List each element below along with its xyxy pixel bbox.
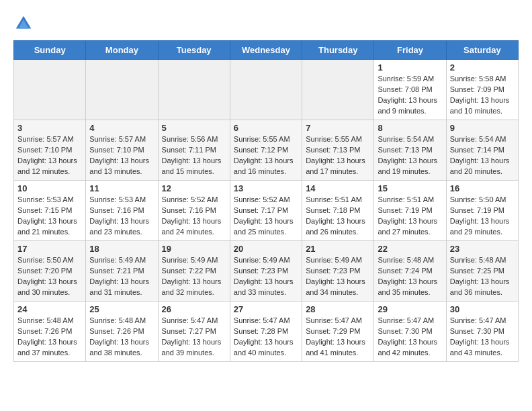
calendar-cell: 13Sunrise: 5:52 AM Sunset: 7:17 PM Dayli… [230, 181, 302, 241]
calendar-body: 1Sunrise: 5:59 AM Sunset: 7:08 PM Daylig… [14, 60, 519, 362]
day-info: Sunrise: 5:58 AM Sunset: 7:09 PM Dayligh… [450, 74, 515, 117]
day-info: Sunrise: 5:50 AM Sunset: 7:19 PM Dayligh… [450, 195, 515, 238]
day-of-week-saturday: Saturday [446, 41, 518, 60]
day-number: 13 [234, 183, 298, 193]
day-number: 7 [306, 123, 370, 133]
calendar-cell: 24Sunrise: 5:48 AM Sunset: 7:26 PM Dayli… [14, 302, 86, 362]
day-number: 24 [17, 304, 82, 314]
day-of-week-tuesday: Tuesday [158, 41, 230, 60]
calendar-cell: 18Sunrise: 5:49 AM Sunset: 7:21 PM Dayli… [86, 241, 158, 302]
day-info: Sunrise: 5:52 AM Sunset: 7:17 PM Dayligh… [234, 195, 298, 238]
day-info: Sunrise: 5:48 AM Sunset: 7:26 PM Dayligh… [17, 316, 82, 359]
day-number: 4 [89, 123, 154, 133]
day-info: Sunrise: 5:47 AM Sunset: 7:28 PM Dayligh… [234, 316, 298, 359]
calendar-cell [158, 60, 230, 120]
day-number: 2 [450, 62, 515, 73]
day-number: 9 [450, 123, 515, 133]
week-row-5: 24Sunrise: 5:48 AM Sunset: 7:26 PM Dayli… [14, 302, 519, 362]
day-info: Sunrise: 5:51 AM Sunset: 7:19 PM Dayligh… [378, 195, 442, 238]
week-row-2: 3Sunrise: 5:57 AM Sunset: 7:10 PM Daylig… [14, 120, 519, 181]
day-of-week-monday: Monday [86, 41, 158, 60]
day-number: 17 [17, 244, 82, 254]
day-info: Sunrise: 5:48 AM Sunset: 7:25 PM Dayligh… [450, 255, 515, 298]
calendar-cell: 17Sunrise: 5:50 AM Sunset: 7:20 PM Dayli… [14, 241, 86, 302]
calendar-cell: 8Sunrise: 5:54 AM Sunset: 7:13 PM Daylig… [374, 120, 446, 181]
page-header [13, 13, 519, 34]
day-info: Sunrise: 5:53 AM Sunset: 7:16 PM Dayligh… [89, 195, 154, 238]
day-number: 20 [234, 244, 298, 254]
calendar-cell: 27Sunrise: 5:47 AM Sunset: 7:28 PM Dayli… [230, 302, 302, 362]
calendar-cell: 9Sunrise: 5:54 AM Sunset: 7:14 PM Daylig… [446, 120, 518, 181]
calendar-cell: 25Sunrise: 5:48 AM Sunset: 7:26 PM Dayli… [86, 302, 158, 362]
day-number: 14 [306, 183, 370, 193]
calendar-cell: 6Sunrise: 5:55 AM Sunset: 7:12 PM Daylig… [230, 120, 302, 181]
calendar-cell: 14Sunrise: 5:51 AM Sunset: 7:18 PM Dayli… [302, 181, 374, 241]
calendar-table: SundayMondayTuesdayWednesdayThursdayFrid… [13, 40, 519, 362]
day-info: Sunrise: 5:53 AM Sunset: 7:15 PM Dayligh… [17, 195, 82, 238]
day-of-week-wednesday: Wednesday [230, 41, 302, 60]
day-number: 19 [162, 244, 226, 254]
day-info: Sunrise: 5:54 AM Sunset: 7:14 PM Dayligh… [450, 134, 515, 177]
day-info: Sunrise: 5:49 AM Sunset: 7:22 PM Dayligh… [162, 255, 226, 298]
day-info: Sunrise: 5:56 AM Sunset: 7:11 PM Dayligh… [162, 134, 226, 177]
day-info: Sunrise: 5:49 AM Sunset: 7:23 PM Dayligh… [306, 255, 370, 298]
calendar-cell: 3Sunrise: 5:57 AM Sunset: 7:10 PM Daylig… [14, 120, 86, 181]
day-number: 29 [378, 304, 442, 314]
day-number: 21 [306, 244, 370, 254]
day-info: Sunrise: 5:47 AM Sunset: 7:29 PM Dayligh… [306, 316, 370, 359]
day-number: 1 [378, 62, 442, 73]
calendar-cell: 21Sunrise: 5:49 AM Sunset: 7:23 PM Dayli… [302, 241, 374, 302]
week-row-1: 1Sunrise: 5:59 AM Sunset: 7:08 PM Daylig… [14, 60, 519, 120]
calendar-cell: 26Sunrise: 5:47 AM Sunset: 7:27 PM Dayli… [158, 302, 230, 362]
calendar-cell [14, 60, 86, 120]
days-of-week-row: SundayMondayTuesdayWednesdayThursdayFrid… [14, 41, 519, 60]
day-info: Sunrise: 5:54 AM Sunset: 7:13 PM Dayligh… [378, 134, 442, 177]
calendar-cell: 20Sunrise: 5:49 AM Sunset: 7:23 PM Dayli… [230, 241, 302, 302]
day-info: Sunrise: 5:50 AM Sunset: 7:20 PM Dayligh… [17, 255, 82, 298]
day-info: Sunrise: 5:55 AM Sunset: 7:12 PM Dayligh… [234, 134, 298, 177]
day-number: 5 [162, 123, 226, 133]
day-info: Sunrise: 5:47 AM Sunset: 7:30 PM Dayligh… [450, 316, 515, 359]
day-number: 12 [162, 183, 226, 193]
day-info: Sunrise: 5:55 AM Sunset: 7:13 PM Dayligh… [306, 134, 370, 177]
day-number: 15 [378, 183, 442, 193]
day-info: Sunrise: 5:59 AM Sunset: 7:08 PM Dayligh… [378, 74, 442, 117]
calendar-cell: 16Sunrise: 5:50 AM Sunset: 7:19 PM Dayli… [446, 181, 518, 241]
day-number: 23 [450, 244, 515, 254]
day-of-week-sunday: Sunday [14, 41, 86, 60]
day-number: 28 [306, 304, 370, 314]
day-info: Sunrise: 5:48 AM Sunset: 7:26 PM Dayligh… [89, 316, 154, 359]
day-info: Sunrise: 5:49 AM Sunset: 7:21 PM Dayligh… [89, 255, 154, 298]
calendar-cell: 23Sunrise: 5:48 AM Sunset: 7:25 PM Dayli… [446, 241, 518, 302]
day-number: 27 [234, 304, 298, 314]
calendar-cell: 7Sunrise: 5:55 AM Sunset: 7:13 PM Daylig… [302, 120, 374, 181]
day-info: Sunrise: 5:47 AM Sunset: 7:30 PM Dayligh… [378, 316, 442, 359]
week-row-4: 17Sunrise: 5:50 AM Sunset: 7:20 PM Dayli… [14, 241, 519, 302]
day-info: Sunrise: 5:49 AM Sunset: 7:23 PM Dayligh… [234, 255, 298, 298]
week-row-3: 10Sunrise: 5:53 AM Sunset: 7:15 PM Dayli… [14, 181, 519, 241]
day-info: Sunrise: 5:47 AM Sunset: 7:27 PM Dayligh… [162, 316, 226, 359]
day-number: 22 [378, 244, 442, 254]
day-of-week-friday: Friday [374, 41, 446, 60]
day-number: 18 [89, 244, 154, 254]
calendar-cell: 29Sunrise: 5:47 AM Sunset: 7:30 PM Dayli… [374, 302, 446, 362]
day-number: 30 [450, 304, 515, 314]
calendar-cell [230, 60, 302, 120]
calendar-header: SundayMondayTuesdayWednesdayThursdayFrid… [14, 41, 519, 60]
calendar-cell: 1Sunrise: 5:59 AM Sunset: 7:08 PM Daylig… [374, 60, 446, 120]
day-number: 25 [89, 304, 154, 314]
day-info: Sunrise: 5:52 AM Sunset: 7:16 PM Dayligh… [162, 195, 226, 238]
calendar-cell: 2Sunrise: 5:58 AM Sunset: 7:09 PM Daylig… [446, 60, 518, 120]
day-info: Sunrise: 5:48 AM Sunset: 7:24 PM Dayligh… [378, 255, 442, 298]
calendar-cell: 11Sunrise: 5:53 AM Sunset: 7:16 PM Dayli… [86, 181, 158, 241]
calendar-cell: 15Sunrise: 5:51 AM Sunset: 7:19 PM Dayli… [374, 181, 446, 241]
day-number: 11 [89, 183, 154, 193]
day-number: 10 [17, 183, 82, 193]
day-number: 26 [162, 304, 226, 314]
calendar-cell: 22Sunrise: 5:48 AM Sunset: 7:24 PM Dayli… [374, 241, 446, 302]
day-info: Sunrise: 5:57 AM Sunset: 7:10 PM Dayligh… [17, 134, 82, 177]
day-number: 16 [450, 183, 515, 193]
calendar-cell: 4Sunrise: 5:57 AM Sunset: 7:10 PM Daylig… [86, 120, 158, 181]
calendar-cell: 19Sunrise: 5:49 AM Sunset: 7:22 PM Dayli… [158, 241, 230, 302]
calendar-cell: 28Sunrise: 5:47 AM Sunset: 7:29 PM Dayli… [302, 302, 374, 362]
